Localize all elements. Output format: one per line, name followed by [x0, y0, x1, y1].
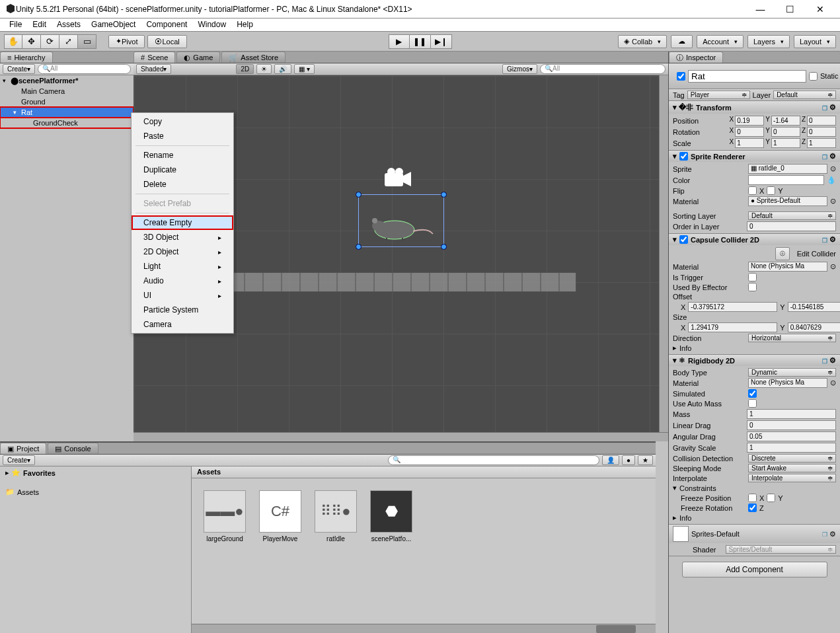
scale-tool-button[interactable]: ⤢: [59, 34, 78, 49]
rat-sprite[interactable]: [368, 214, 434, 241]
project-slider[interactable]: [192, 624, 656, 633]
auto-mass-checkbox[interactable]: [748, 399, 757, 408]
sorting-layer-dropdown[interactable]: Default: [748, 211, 836, 220]
edit-collider-button[interactable]: ⦾: [775, 247, 790, 260]
sprite-renderer-enabled[interactable]: [679, 152, 688, 161]
body-type-dropdown[interactable]: Dynamic: [748, 368, 836, 377]
scene-audio-toggle[interactable]: 🔊: [274, 64, 291, 74]
resize-handle[interactable]: [441, 192, 447, 198]
play-button[interactable]: ▶: [389, 34, 410, 49]
simulated-checkbox[interactable]: [748, 389, 757, 398]
project-filter-3[interactable]: ★: [638, 455, 653, 465]
menu-file[interactable]: File: [4, 19, 27, 31]
layer-dropdown[interactable]: Default: [773, 91, 836, 99]
project-breadcrumb[interactable]: Assets: [192, 466, 656, 478]
rot-x-input[interactable]: [735, 127, 764, 137]
scale-x-input[interactable]: [735, 138, 764, 148]
context-menu-item[interactable]: Copy: [132, 114, 233, 129]
project-search-input[interactable]: 🔍: [388, 455, 599, 465]
hierarchy-item[interactable]: GroundCheck: [0, 118, 134, 128]
gameobject-active-checkbox[interactable]: [677, 72, 685, 81]
help-icon[interactable]: [822, 357, 827, 365]
window-minimize-button[interactable]: —: [745, 1, 775, 18]
info-foldout[interactable]: ▸ Info: [673, 343, 836, 353]
context-menu-item[interactable]: Light: [132, 259, 233, 274]
hierarchy-item[interactable]: ▾Rat: [0, 107, 134, 118]
tag-dropdown[interactable]: Player: [687, 91, 750, 99]
project-create-button[interactable]: Create ▾: [3, 455, 35, 465]
local-toggle[interactable]: ⦿ Local: [147, 35, 186, 48]
linear-drag-input[interactable]: [747, 420, 836, 430]
pos-z-input[interactable]: [807, 116, 836, 126]
project-filter-1[interactable]: 👤: [602, 455, 619, 465]
pos-x-input[interactable]: [735, 116, 764, 126]
context-menu-item[interactable]: Duplicate: [132, 163, 233, 177]
gizmos-dropdown[interactable]: Gizmos ▾: [502, 64, 537, 74]
material-field[interactable]: ● Sprites-Default: [748, 196, 827, 206]
cloud-button[interactable]: ☁: [671, 35, 693, 48]
size-y-input[interactable]: [788, 322, 840, 332]
favorites-row[interactable]: ▸ ⭐ Favorites: [0, 466, 191, 479]
context-menu-item[interactable]: Delete: [132, 177, 233, 192]
expand-icon[interactable]: ▾: [3, 77, 11, 84]
scene-search-input[interactable]: 🔍All: [540, 64, 666, 74]
context-menu-item[interactable]: Audio: [132, 274, 233, 288]
asset-item[interactable]: ⠿⠿●ratIdle: [315, 490, 357, 542]
window-maximize-button[interactable]: ☐: [775, 1, 805, 18]
rot-y-input[interactable]: [771, 127, 800, 137]
color-field[interactable]: [748, 175, 824, 185]
game-tab[interactable]: ◐ Game: [176, 52, 220, 63]
pause-button[interactable]: ❚❚: [410, 34, 431, 49]
context-menu-item[interactable]: Camera: [132, 317, 233, 332]
hand-tool-button[interactable]: ✋: [4, 34, 22, 49]
order-in-layer-input[interactable]: [747, 221, 836, 231]
gear-icon[interactable]: [829, 356, 836, 365]
context-menu-item[interactable]: UI: [132, 288, 233, 303]
scale-y-input[interactable]: [771, 138, 800, 148]
capsule-collider-header[interactable]: ▾ Capsule Collider 2D: [669, 234, 840, 245]
gear-icon[interactable]: [829, 530, 836, 539]
static-checkbox[interactable]: [809, 72, 818, 81]
context-menu-item[interactable]: Particle System: [132, 303, 233, 317]
menu-help[interactable]: Help: [231, 19, 258, 31]
console-tab[interactable]: ▤ Console: [48, 443, 98, 454]
help-icon[interactable]: [822, 530, 827, 538]
resize-handle[interactable]: [441, 244, 447, 250]
scene-light-toggle[interactable]: ☀: [256, 64, 272, 74]
pivot-toggle[interactable]: ✦ Pivot: [108, 35, 145, 48]
rigidbody-header[interactable]: ▾ ⚛ Rigidbody 2D: [669, 355, 840, 366]
constraints-foldout[interactable]: ▾ Constraints: [673, 483, 836, 493]
shader-dropdown[interactable]: Sprites/Default: [726, 545, 836, 554]
sleeping-mode-dropdown[interactable]: Start Awake: [748, 464, 836, 472]
hierarchy-search-input[interactable]: 🔍All: [38, 64, 131, 74]
offset-y-input[interactable]: [788, 302, 840, 312]
layout-dropdown[interactable]: Layout: [794, 35, 836, 48]
help-icon[interactable]: [822, 236, 827, 244]
is-trigger-checkbox[interactable]: [748, 273, 757, 281]
project-tab[interactable]: ▣ Project: [0, 443, 46, 454]
project-folders-tree[interactable]: ▸ ⭐ Favorites 📁 Assets: [0, 466, 192, 633]
inspector-tab[interactable]: ⓘ Inspector: [669, 52, 723, 63]
collision-detection-dropdown[interactable]: Discrete: [748, 454, 836, 463]
project-filter-2[interactable]: ●: [622, 455, 635, 465]
scene-scrollbar-v[interactable]: [659, 75, 668, 432]
2d-toggle[interactable]: 2D: [236, 64, 254, 74]
transform-header[interactable]: ▾ �非 Transform: [669, 101, 840, 114]
freeze-pos-x-checkbox[interactable]: [748, 494, 757, 502]
layers-dropdown[interactable]: Layers: [747, 35, 790, 48]
window-close-button[interactable]: ✕: [805, 1, 835, 18]
context-menu-item[interactable]: Create Empty: [132, 215, 233, 230]
rotate-tool-button[interactable]: ⟳: [41, 34, 59, 49]
rb-info-foldout[interactable]: ▸ Info: [673, 513, 836, 523]
resize-handle[interactable]: [356, 244, 362, 250]
material-preview-header[interactable]: Sprites-Default: [669, 525, 840, 543]
interpolate-dropdown[interactable]: Interpolate: [748, 474, 836, 482]
pos-y-input[interactable]: [771, 116, 800, 126]
gameobject-name-input[interactable]: [688, 70, 806, 83]
scene-tab[interactable]: # Scene: [134, 52, 175, 63]
sprite-field[interactable]: ▦ ratIdle_0: [748, 164, 827, 174]
gear-icon[interactable]: [829, 152, 836, 161]
asset-item[interactable]: C#PlayerMove: [259, 490, 301, 542]
freeze-pos-y-checkbox[interactable]: [767, 494, 775, 502]
rb-material-field[interactable]: None (Physics Ma: [748, 378, 827, 388]
